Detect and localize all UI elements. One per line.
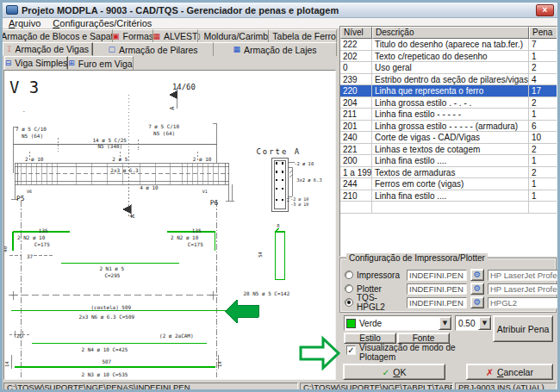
table-row[interactable]: 221Linhas e textos de cotagem2: [340, 144, 557, 156]
description-cell: Linha grossa estilo . - . - .: [372, 97, 529, 109]
tab-row-1: △Armação de Blocos e Sapatas▣Formas▦ALVE…: [3, 29, 339, 42]
ok-button[interactable]: ✓ OK: [343, 364, 445, 380]
cancel-button[interactable]: ✗ Cancelar: [466, 364, 553, 380]
pen-file-field[interactable]: INDEFINI.PEN: [407, 297, 467, 308]
tab-tabela-de-ferros[interactable]: ⌶Tabela de Ferros: [269, 29, 337, 42]
svg-text:(costela) 509: (costela) 509: [91, 304, 132, 310]
font-label: Fonte: [413, 333, 435, 343]
tab-armacao-de-vigas[interactable]: ⌶Armação de Vigas: [3, 42, 93, 56]
pen-cell: 6: [529, 121, 557, 132]
pen-width-select[interactable]: 0.50 ▼: [455, 315, 492, 331]
status-pen-file-path: C:\TQSW\SUPORTE\NGE\PENAS\INDEFINI.PEN: [3, 383, 298, 392]
description-cell: [372, 202, 529, 213]
table-row[interactable]: 210Linha fina estilo ....1: [340, 190, 557, 202]
column-header-nivel[interactable]: Nível: [340, 27, 372, 39]
svg-text:2 ø 5: 2 ø 5: [112, 156, 128, 162]
tab-armacao-de-pilares[interactable]: ▢Armação de Pilares: [93, 42, 214, 56]
radio-label: TQS-HPGL2: [357, 293, 403, 312]
pen-file-field[interactable]: INDEFINI.PEN: [407, 283, 467, 295]
table-row[interactable]: 211Linha fina estilo - - - - -1: [340, 109, 557, 121]
description-cell: Titulo do desenho (aparece na tab.fer.): [372, 39, 529, 50]
pen-cell: 2: [529, 62, 557, 73]
description-cell: Linha fina estilo ....: [372, 190, 529, 202]
tab-formas[interactable]: ▣Formas: [113, 29, 153, 42]
chevron-down-icon[interactable]: ▼: [439, 316, 451, 330]
svg-text:2x3 ø 6.3: 2x3 ø 6.3: [110, 167, 139, 173]
level-cell: 201: [340, 121, 372, 132]
assign-pen-button[interactable]: Atribuir Pena: [493, 315, 553, 342]
table-row[interactable]: [340, 202, 557, 214]
description-cell: Estribo dentro da seção de pilares/vigas: [372, 74, 529, 85]
svg-text:14 ø 5 C/25: 14 ø 5 C/25: [93, 137, 128, 143]
table-row[interactable]: 222Titulo do desenho (aparece na tab.fer…: [340, 39, 557, 51]
svg-text:2 N3 ø 10 C=535: 2 N3 ø 10 C=535: [82, 371, 128, 377]
svg-text:7 ø 5 C/10: 7 ø 5 C/10: [16, 126, 47, 132]
table-row[interactable]: 240Corte de vigas - CAD/Vigas10: [340, 132, 557, 144]
level-cell: 240: [340, 132, 372, 143]
driver-field: HP LaserJet Profession: [488, 283, 560, 295]
description-cell: Texto c/repeticao do desenho: [372, 51, 529, 62]
description-cell: Uso geral: [372, 62, 529, 73]
table-row[interactable]: 244Ferros em corte (vigas)1: [340, 178, 557, 190]
svg-text:C=175: C=175: [188, 241, 203, 247]
radio-tqs-hpgl2[interactable]: [345, 298, 353, 307]
table-row[interactable]: 220Linha que representa o ferro17: [340, 85, 557, 97]
svg-text:N5 (64): N5 (64): [22, 133, 43, 139]
cancel-label: Cancelar: [497, 367, 533, 377]
table-row[interactable]: 1 a 199Textos de armaduras2: [340, 167, 557, 179]
tab-moldura-carimbo[interactable]: ▢Moldura/Carimbo: [198, 29, 269, 42]
menu-item-arquivo[interactable]: Arquivo: [3, 18, 47, 29]
svg-text:A: A: [129, 214, 136, 218]
plot-preview-checkbox[interactable]: ✓: [346, 345, 356, 355]
table-row[interactable]: 0Uso geral2: [340, 62, 557, 74]
gear-icon[interactable]: ⚙: [470, 296, 484, 308]
menu-item-configuracoes-criterios[interactable]: Configurações/Critérios: [47, 18, 158, 29]
pen-cell: [529, 202, 557, 213]
table-row[interactable]: 200Linha fina estilo ....1: [340, 155, 557, 167]
furo-em-viga-icon: ⊞: [68, 59, 75, 67]
levels-table: NívelDescriçãoPena 222Titulo do desenho …: [339, 26, 557, 257]
column-header-descricao[interactable]: Descrição: [372, 27, 529, 39]
table-body: 222Titulo do desenho (aparece na tab.fer…: [340, 39, 557, 214]
alvest-icon: ▦: [153, 33, 160, 40]
level-cell: 204: [340, 97, 372, 109]
gear-icon[interactable]: ⚙: [470, 269, 484, 281]
description-cell: Ferros em corte (vigas): [372, 178, 529, 190]
subtab-viga-simples[interactable]: ⊟Viga Simples: [4, 56, 68, 70]
tab-armacao-de-blocos-e-sapatas[interactable]: △Armação de Blocos e Sapatas: [3, 29, 113, 42]
table-row[interactable]: 239Estribo dentro da seção de pilares/vi…: [340, 74, 557, 86]
column-header-pena[interactable]: Pena: [529, 27, 557, 39]
pen-cell: 2: [529, 144, 557, 155]
printer-config-group: Configuração de Impressora/Plotter Impre…: [339, 258, 557, 313]
close-button[interactable]: ×: [536, 4, 554, 16]
tab-armacao-de-lajes[interactable]: ▦Armação de Lajes: [214, 42, 337, 56]
plot-preview-label: Visualização de modo de Plotagem: [359, 343, 463, 362]
x-icon: ✗: [486, 367, 494, 377]
level-cell: 222: [340, 39, 372, 50]
svg-text:P5: P5: [16, 195, 25, 202]
table-row[interactable]: 201Linha grossa estilo - - - - - (armadu…: [340, 121, 557, 133]
description-cell: Linha fina estilo ....: [372, 155, 529, 166]
description-cell: Corte de vigas - CAD/Vigas: [372, 132, 529, 143]
table-row[interactable]: 204Linha grossa estilo . - . - .2: [340, 97, 557, 109]
viga-simples-icon: ⊟: [5, 59, 12, 67]
armacao-pilares-icon: ▢: [108, 46, 115, 53]
radio-label: Plotter: [357, 284, 403, 294]
pen-color-select[interactable]: Verde ▼: [344, 315, 452, 331]
tab-alvest[interactable]: ▦ALVEST: [153, 29, 198, 42]
svg-text:2 N2 ø 10: 2 N2 ø 10: [17, 234, 46, 240]
table-row[interactable]: 202Texto c/repeticao do desenho1: [340, 51, 557, 63]
description-cell: Linha fina estilo - - - - -: [372, 109, 529, 120]
pen-color-value: Verde: [359, 319, 382, 328]
pen-file-field[interactable]: INDEFINI.PEN: [407, 270, 467, 281]
gear-icon[interactable]: ⚙: [470, 283, 484, 295]
svg-text:V 3: V 3: [9, 78, 39, 96]
chevron-down-icon[interactable]: ▼: [478, 316, 491, 330]
radio-impressora[interactable]: [345, 271, 353, 279]
title-bar: Projeto MODPLA - 9003 - CAD/TQS - Gerenc…: [3, 3, 557, 18]
subtab-furo-em-viga[interactable]: ⊞Furo em Viga: [68, 56, 134, 70]
radio-plotter[interactable]: [345, 284, 353, 293]
svg-text:2 ø 10: 2 ø 10: [193, 156, 212, 162]
tab-label: ALVEST: [164, 31, 198, 41]
svg-text:28 N5 ø 5 C=142: 28 N5 ø 5 C=142: [244, 290, 290, 296]
